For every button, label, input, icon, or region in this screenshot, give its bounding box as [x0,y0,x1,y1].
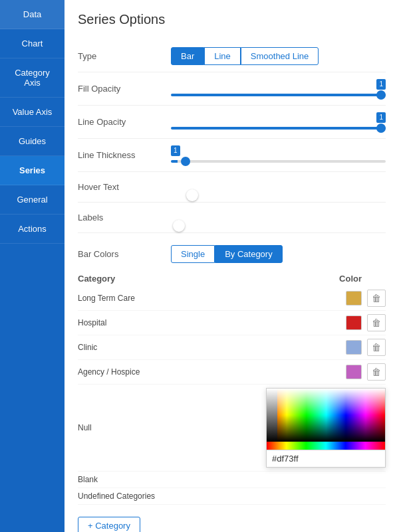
table-row: Blank [78,472,386,488]
fill-opacity-slider-wrap: 1 [171,79,386,98]
category-name: Long Term Care [78,294,346,303]
delete-long-term-care-button[interactable]: 🗑 [367,290,386,307]
sidebar-item-category-axis[interactable]: Category Axis [0,58,65,98]
type-label: Type [78,51,171,61]
delete-hospital-button[interactable]: 🗑 [367,314,386,331]
type-line-button[interactable]: Line [204,47,241,65]
category-name: Clinic [78,343,346,352]
bar-colors-label: Bar Colors [78,249,171,259]
bar-colors-single-button[interactable]: Single [171,245,215,263]
line-opacity-slider-wrap: 1 [171,112,386,132]
delete-agency-hospice-button[interactable]: 🗑 [367,363,386,381]
category-name: Blank [78,475,386,484]
category-name: Agency / Hospice [78,367,346,377]
fill-opacity-slider[interactable] [171,94,386,96]
line-opacity-thumb-label: 1 [376,112,386,123]
line-thickness-slider[interactable] [171,160,386,163]
category-name: Hospital [78,318,346,327]
line-opacity-slider[interactable] [171,127,386,130]
table-row: Undefined Categories [78,488,386,505]
color-swatch-long-term-care[interactable] [346,291,362,306]
table-row: Clinic 🗑 [78,335,386,360]
type-row: Type Bar Line Smoothed Line [78,41,386,72]
add-category-button[interactable]: + Category [78,517,140,532]
table-row: Null [78,385,386,472]
type-bar-button[interactable]: Bar [171,47,204,65]
sidebar-item-value-axis[interactable]: Value Axis [0,98,65,127]
line-thickness-slider-wrap: 1 [171,145,386,165]
color-hex-input[interactable] [267,450,385,467]
line-opacity-control: 1 [171,112,386,132]
sidebar-item-guides[interactable]: Guides [0,127,65,156]
color-swatch-hospital[interactable] [346,315,362,330]
table-row: Agency / Hospice 🗑 [78,360,386,385]
bar-colors-header: Bar Colors Single By Category [78,238,386,270]
sidebar: Data Chart Category Axis Value Axis Guid… [0,0,65,532]
table-row: Long Term Care 🗑 [78,286,386,311]
type-control: Bar Line Smoothed Line [171,47,386,65]
labels-label: Labels [78,213,171,222]
category-color-header: Category Color [78,270,386,286]
main-content: Series Options Type Bar Line Smoothed Li… [65,0,399,532]
category-col-label: Category [78,274,115,284]
color-picker-popup [266,388,386,468]
fill-opacity-control: 1 [171,79,386,98]
type-smoothed-line-button[interactable]: Smoothed Line [241,47,319,65]
hue-bar[interactable] [267,442,385,450]
hover-text-label: Hover Text [78,182,171,192]
table-row: Hospital 🗑 [78,311,386,335]
color-swatch-clinic[interactable] [346,340,362,355]
bar-colors-by-category-button[interactable]: By Category [215,245,283,263]
line-thickness-label: Line Thickness [78,150,171,160]
sidebar-item-series[interactable]: Series [0,156,65,185]
category-name: Null [78,423,232,432]
hover-text-knob [186,189,198,201]
labels-row: Labels [78,203,386,233]
bar-colors-section: Bar Colors Single By Category Category C… [78,233,386,532]
color-swatch-agency-hospice[interactable] [346,365,362,379]
sidebar-item-general[interactable]: General [0,185,65,215]
type-btn-group: Bar Line Smoothed Line [171,47,386,65]
line-thickness-thumb-label: 1 [171,145,180,156]
page-title: Series Options [78,12,386,27]
line-thickness-row: Line Thickness 1 [78,139,386,172]
labels-knob [173,220,185,232]
color-col-label: Color [339,274,362,284]
hover-text-row: Hover Text [78,172,386,203]
line-thickness-control: 1 [171,145,386,165]
delete-clinic-button[interactable]: 🗑 [367,339,386,356]
sidebar-item-chart[interactable]: Chart [0,29,65,58]
bar-colors-btn-group: Single By Category [171,245,283,263]
fill-opacity-thumb-label: 1 [376,79,386,90]
fill-opacity-row: Fill Opacity 1 [78,72,386,106]
sidebar-item-data[interactable]: Data [0,0,65,29]
sidebar-item-actions[interactable]: Actions [0,215,65,244]
category-name: Undefined Categories [78,491,386,501]
line-opacity-label: Line Opacity [78,117,171,127]
fill-opacity-label: Fill Opacity [78,84,171,94]
line-opacity-row: Line Opacity 1 [78,106,386,139]
